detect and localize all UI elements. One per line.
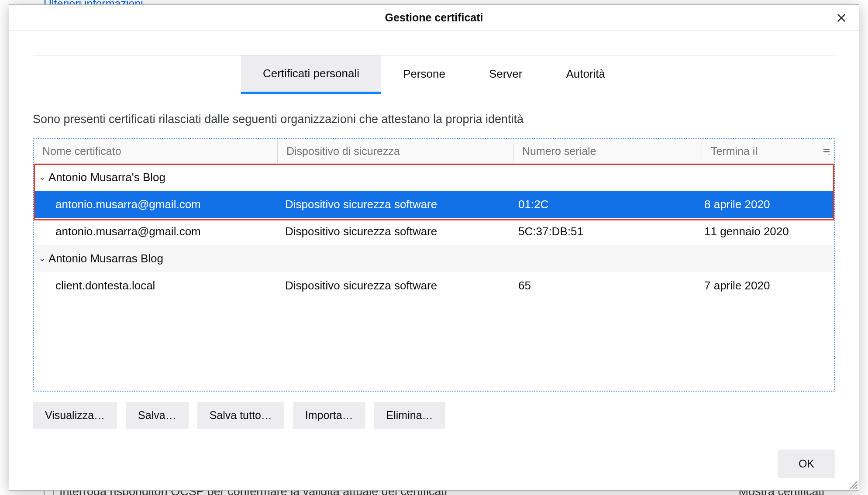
certificate-row[interactable]: client.dontesta.local Dispositivo sicure… [34,272,834,299]
resize-grip-icon [848,479,858,489]
table-header: Nome certificato Dispositivo di sicurezz… [34,139,834,164]
column-picker-icon [823,148,830,155]
tab-strip: Certificati personali Persone Server Aut… [33,55,835,94]
column-header-name[interactable]: Nome certificato [34,139,277,163]
certificate-group-row[interactable]: ⌄ Antonio Musarra's Blog [34,164,834,191]
chevron-down-icon: ⌄ [37,254,47,263]
group-label: Antonio Musarra's Blog [48,171,165,184]
column-header-device[interactable]: Dispositivo di sicurezza [277,139,513,163]
cert-name: client.dontesta.local [34,279,277,292]
table-body: ⌄ Antonio Musarra's Blog antonio.musarra… [34,164,834,391]
cert-serial: 01:2C [513,198,702,211]
tab-authorities[interactable]: Autorità [544,55,627,94]
view-button[interactable]: Visualizza… [33,402,117,429]
action-button-row: Visualizza… Salva… Salva tutto… Importa…… [33,402,835,429]
dialog-titlebar: Gestione certificati [9,5,859,31]
cert-serial: 65 [513,279,702,292]
certificates-table: Nome certificato Dispositivo di sicurezz… [33,138,835,392]
close-button[interactable] [834,11,848,25]
cert-name: antonio.musarra@gmail.com [34,225,277,238]
import-button[interactable]: Importa… [293,402,365,429]
tab-server[interactable]: Server [467,55,544,94]
certificate-row[interactable]: antonio.musarra@gmail.com Dispositivo si… [34,218,834,245]
cert-serial: 5C:37:DB:51 [513,225,702,238]
tab-label: Certificati personali [263,67,359,80]
cert-name: antonio.musarra@gmail.com [34,198,277,211]
column-header-expires[interactable]: Termina il [702,139,818,163]
certificate-group-row[interactable]: ⌄ Antonio Musarras Blog [34,245,834,272]
cert-expires: 8 aprile 2020 [702,198,834,211]
cert-expires: 7 aprile 2020 [702,279,834,292]
delete-button[interactable]: Elimina… [374,402,445,429]
certificate-manager-dialog: Gestione certificati Certificati persona… [9,4,859,491]
cert-device: Dispositivo sicurezza software [277,198,513,211]
cert-expires: 11 gennaio 2020 [702,225,834,238]
chevron-down-icon: ⌄ [37,172,47,182]
group-label: Antonio Musarras Blog [48,252,163,265]
tab-description: Sono presenti certificati rilasciati dal… [33,113,835,126]
cert-device: Dispositivo sicurezza software [277,279,513,292]
tab-label: Autorità [566,67,605,81]
close-icon [837,14,846,22]
certificate-row[interactable]: antonio.musarra@gmail.com Dispositivo si… [34,191,834,218]
column-picker-button[interactable] [818,139,834,163]
cert-device: Dispositivo sicurezza software [277,225,513,238]
dialog-title: Gestione certificati [385,11,483,24]
tab-personal-certificates[interactable]: Certificati personali [241,55,381,94]
column-header-serial[interactable]: Numero seriale [513,139,702,163]
tab-people[interactable]: Persone [381,55,467,94]
ok-button[interactable]: OK [778,450,835,478]
tab-label: Server [489,67,523,81]
save-button[interactable]: Salva… [126,402,189,429]
svg-rect-1 [823,151,830,152]
save-all-button[interactable]: Salva tutto… [197,402,284,429]
resize-grip[interactable] [848,479,858,489]
tab-label: Persone [403,67,445,81]
svg-rect-0 [823,149,830,150]
